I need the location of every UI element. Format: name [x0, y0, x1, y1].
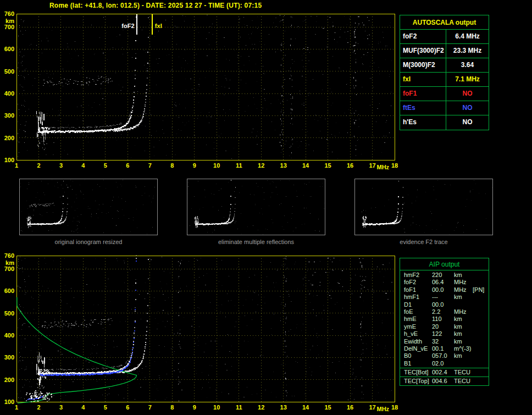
aip-row-value: --- — [432, 294, 454, 301]
x-axis-tick: 2 — [37, 162, 40, 169]
autoscala-row-value: NO — [446, 101, 489, 115]
aip-row-value: 32 — [432, 338, 454, 345]
y-axis-tick: 100 — [4, 157, 14, 163]
thumbnail-trace — [20, 180, 155, 235]
aip-row-label: foF2 — [400, 279, 432, 286]
aip-row-label: hmE — [400, 316, 432, 323]
aip-row-label: foE — [400, 308, 432, 316]
aip-row-extra — [473, 330, 489, 337]
aip-row-unit — [454, 360, 473, 367]
aip-row-unit: MHz — [454, 286, 473, 294]
aip-row-unit: MHz — [454, 279, 473, 286]
aip-tec-value: 002.4 — [432, 368, 454, 377]
x-axis-tick: 17 — [369, 404, 375, 411]
autoscala-row-ftEs: ftEsNO — [400, 101, 489, 115]
y-axis-unit: km — [5, 18, 14, 24]
aip-row-label: D1 — [400, 301, 432, 308]
aip-row-label: h_vE — [400, 330, 432, 337]
x-axis-tick: 17 — [369, 162, 375, 169]
aip-row-extra — [473, 352, 489, 359]
thumbnail-caption-evidence: evidence F2 trace — [354, 239, 493, 245]
aip-row-ymE: ymE20km — [400, 323, 489, 330]
aip-row-DelN_vE: DelN_vE00.1m^(-3) — [400, 345, 489, 352]
aip-row-extra — [473, 360, 489, 367]
x-axis-tick: 13 — [280, 162, 287, 169]
aip-row-h_vE: h_vE122km — [400, 330, 489, 337]
aip-table-title: AIP output — [400, 258, 489, 270]
station-date-title: Rome (lat: +41.8, lon: 012.5) - DATE: 20… — [49, 2, 262, 9]
autoscala-row-value: 3.64 — [446, 58, 489, 72]
aip-row-unit: km — [454, 316, 473, 323]
thumbnail-trace — [188, 180, 325, 234]
multiple-reflection-trace — [42, 318, 113, 328]
f-region-spread-echo — [36, 111, 49, 150]
aip-row-hmF2: hmF2220km — [400, 272, 489, 279]
aip-row-value: 06.4 — [432, 279, 454, 286]
autoscala-row-fxI: fxI7.1 MHz — [400, 73, 489, 87]
aip-row-value: 2.2 — [432, 308, 454, 316]
autoscala-row-MUF(3000)F2: MUF(3000)F223.3 MHz — [400, 44, 489, 58]
x-axis-tick: 8 — [170, 162, 174, 169]
aip-row-unit: km — [454, 338, 473, 345]
autoscala-row-value: 23.3 MHz — [446, 44, 489, 58]
x-axis-tick: 5 — [104, 404, 107, 411]
aip-row-extra — [473, 345, 489, 352]
aip-row-label: DelN_vE — [400, 345, 432, 352]
aip-row-label: B0 — [400, 352, 432, 359]
x-axis-tick: 3 — [59, 162, 63, 169]
autoscala-row-label: foF1 — [400, 87, 446, 101]
autoscala-row-foF2: foF26.4 MHz — [400, 30, 489, 44]
aip-row-unit: m^(-3) — [454, 345, 473, 352]
aip-rows: hmF2220kmfoF206.4MHzfoF100.0MHz[PN]hmF1-… — [400, 270, 489, 368]
aip-row-hmE: hmE110km — [400, 316, 489, 323]
fof2-marker: foF2 — [121, 14, 136, 35]
aip-row-extra: [PN] — [473, 286, 489, 294]
aip-output-table: AIP output hmF2220kmfoF206.4MHzfoF100.0M… — [400, 258, 489, 386]
aip-row-extra — [473, 272, 489, 279]
x-axis-tick: 12 — [258, 162, 264, 169]
autoscala-row-h'Es: h'EsNO — [400, 115, 489, 130]
aip-row-extra — [473, 323, 489, 330]
x-axis-tick: 4 — [81, 404, 85, 411]
aip-row-value: 220 — [432, 272, 454, 279]
aip-tec-unit: TECU — [454, 377, 473, 385]
aip-tec-rows: TEC[Bot]002.4TECUTEC[Top]004.6TECU — [400, 368, 489, 386]
y-axis-tick: 700 — [4, 265, 14, 272]
aip-row-value: 00.1 — [432, 345, 454, 352]
x-axis-tick: 1 — [15, 404, 18, 411]
aip-row-unit: km — [454, 330, 473, 337]
x-axis-tick: 15 — [324, 404, 331, 411]
x-axis-tick: 11 — [236, 162, 242, 169]
plot-border — [16, 256, 395, 402]
aip-row-extra — [473, 301, 489, 308]
aip-tec-unit: TECU — [454, 368, 473, 377]
x-axis-tick: 14 — [302, 162, 309, 169]
x-axis-tick: 5 — [104, 162, 107, 169]
marker-label: fxI — [155, 23, 162, 29]
thumbnail-caption-eliminate: eliminate multiple reflections — [187, 239, 325, 245]
aip-row-value: 110 — [432, 316, 454, 323]
marker-label: foF2 — [121, 23, 134, 29]
x-axis-tick: 10 — [213, 404, 220, 411]
aip-row-Ewidth: Ewidth32km — [400, 338, 489, 345]
x-axis-tick: 3 — [59, 404, 63, 411]
x-axis-tick: 10 — [213, 162, 220, 169]
x-axis-tick: 4 — [81, 162, 85, 169]
aip-row-value: 057.0 — [432, 352, 454, 359]
aip-row-unit: km — [454, 352, 473, 359]
aip-row-label: Ewidth — [400, 338, 432, 345]
x-axis-unit: MHz — [377, 406, 390, 412]
aip-row-unit — [454, 301, 473, 308]
aip-row-foE: foE2.2MHz — [400, 308, 489, 316]
aip-row-B1: B102.0 — [400, 360, 489, 367]
x-axis-tick: 9 — [193, 404, 196, 411]
y-axis-tick: 400 — [4, 332, 14, 339]
aip-row-label: ymE — [400, 323, 432, 330]
thumbnail-evidence-f2 — [354, 179, 493, 235]
autoscala-output-table: AUTOSCALA output foF26.4 MHzMUF(3000)F22… — [400, 15, 489, 130]
y-axis-tick: 300 — [4, 112, 14, 119]
aip-row-unit: km — [454, 323, 473, 330]
y-axis-tick: 200 — [4, 135, 14, 141]
f-region-spread-echo — [36, 352, 50, 389]
autoscala-row-value: 7.1 MHz — [446, 73, 489, 86]
